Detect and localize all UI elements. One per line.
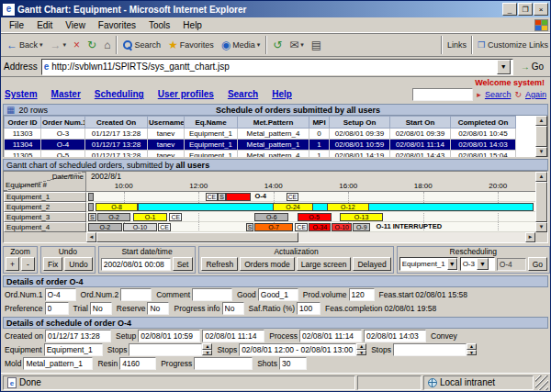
saf-ratio-input[interactable]: [297, 302, 320, 315]
refresh-mode-button[interactable]: Refresh: [201, 257, 238, 271]
orders-mode-button[interactable]: Orders mode: [240, 257, 295, 271]
equipment-select[interactable]: Equipment_1▼: [399, 257, 458, 271]
stops3-spinner[interactable]: ▲▼: [467, 343, 477, 355]
scroll-up-icon[interactable]: ▲: [535, 172, 547, 182]
equipment-label-equipment-4[interactable]: Equipment_4: [4, 222, 86, 232]
gantt-bar-ce[interactable]: CE: [295, 223, 308, 231]
stop-button[interactable]: ×: [70, 38, 84, 52]
menu-item-file[interactable]: File: [3, 19, 30, 31]
favorites-button[interactable]: ★Favorites: [164, 38, 218, 52]
chevron-down-icon[interactable]: ▼: [477, 258, 489, 270]
resize-grip[interactable]: [535, 375, 548, 390]
mold-input[interactable]: [23, 357, 93, 370]
preference-input[interactable]: [45, 302, 69, 315]
progress-input[interactable]: [194, 357, 253, 370]
search-button[interactable]: Search: [119, 39, 164, 52]
zoom-in-button[interactable]: +: [6, 257, 19, 271]
setup-to-input[interactable]: [202, 330, 264, 342]
order-select[interactable]: O-3▼: [460, 257, 495, 271]
process-to-input[interactable]: [364, 330, 426, 342]
order-row-11303[interactable]: 11303O-301/12/17 13:28tanevEquipment_1Me…: [5, 129, 516, 140]
stops2-list[interactable]: [239, 343, 356, 356]
links-label[interactable]: Links: [447, 40, 467, 50]
delayed-button[interactable]: Delayed: [353, 257, 390, 271]
scroll-thumb[interactable]: [535, 126, 547, 147]
stops1-spinner[interactable]: ▲▼: [202, 343, 212, 355]
gantt-bar-o-7[interactable]: O-7: [254, 223, 293, 231]
maximize-button[interactable]: ❐: [518, 3, 533, 16]
reserve-input[interactable]: [147, 302, 169, 315]
print-button[interactable]: ▤: [308, 38, 325, 52]
gantt-bar-ce[interactable]: CE: [158, 223, 171, 231]
mail-dropdown-icon[interactable]: ▾: [300, 41, 304, 49]
menu-item-favorites[interactable]: Favorites: [92, 19, 142, 31]
gantt-bar-o-2[interactable]: O-2: [97, 213, 131, 221]
ord-num1-input[interactable]: [45, 288, 76, 301]
refresh-button[interactable]: ↻: [84, 38, 100, 52]
scroll-thumb[interactable]: [535, 182, 547, 222]
forward-dropdown-icon[interactable]: ▾: [63, 41, 67, 49]
nav-link-scheduling[interactable]: Scheduling: [95, 89, 144, 99]
scroll-right-icon[interactable]: ►: [525, 232, 535, 242]
scroll-down-icon[interactable]: ▼: [535, 222, 547, 232]
gantt-bar[interactable]: [88, 203, 94, 211]
large-screen-button[interactable]: Large screen: [297, 257, 352, 271]
stops3-list[interactable]: [393, 343, 467, 356]
nav-link-user-profiles[interactable]: User profiles: [158, 89, 214, 99]
column-header-mpi[interactable]: MPI: [309, 117, 330, 129]
equipment-label-equipment-2[interactable]: Equipment_2: [4, 202, 86, 212]
customize-links-button[interactable]: Customize Links: [488, 40, 548, 50]
gantt-bar-o-11-interrupted[interactable]: O-11 INTERRUPTED: [376, 223, 528, 231]
gantt-bar-o-10[interactable]: O-10: [332, 223, 352, 231]
fix-button[interactable]: Fix: [43, 257, 62, 271]
zoom-out-button[interactable]: -: [21, 257, 35, 271]
undo-button[interactable]: Undo: [64, 257, 92, 271]
gantt-bar-s[interactable]: S: [218, 193, 226, 201]
ord-num2-input[interactable]: [120, 288, 152, 301]
nav-link-search[interactable]: Search: [228, 89, 258, 99]
column-header-order-id[interactable]: Order ID: [5, 117, 41, 129]
back-dropdown-icon[interactable]: ▾: [39, 41, 43, 49]
back-button[interactable]: ←Back▾: [3, 38, 47, 52]
progress-info-input[interactable]: [222, 302, 244, 315]
gantt-vertical-scrollbar[interactable]: ▲ ▼: [535, 172, 547, 232]
scroll-down-icon[interactable]: ▼: [535, 147, 547, 157]
search-link[interactable]: Search: [485, 90, 512, 99]
column-header-completed-on[interactable]: Completed On: [451, 117, 516, 129]
gantt-bar-o-5[interactable]: O-5: [298, 213, 332, 221]
gantt-bar-o-6[interactable]: O-6: [254, 213, 288, 221]
minimize-button[interactable]: _: [502, 3, 517, 16]
gantt-bar-o-1[interactable]: O-1: [133, 213, 167, 221]
scroll-up-icon[interactable]: ▲: [535, 116, 547, 126]
column-header-username[interactable]: Username: [148, 117, 185, 129]
forward-button[interactable]: →▾: [47, 38, 71, 52]
gantt-bar[interactable]: [226, 193, 251, 201]
trial-input[interactable]: [90, 302, 112, 315]
column-header-eq-name[interactable]: Eq.Name: [185, 117, 238, 129]
nav-link-master[interactable]: Master: [51, 89, 81, 99]
menu-item-edit[interactable]: Edit: [30, 19, 59, 31]
go-button[interactable]: →Go: [517, 60, 547, 74]
history-button[interactable]: ↺: [269, 38, 286, 52]
scroll-thumb[interactable]: [96, 232, 298, 242]
setup-from-input[interactable]: [138, 330, 200, 342]
gantt-horizontal-scrollbar[interactable]: ◄ ►: [86, 232, 535, 242]
gantt-bar-o-34[interactable]: O-34: [309, 223, 331, 231]
gantt-bar-s[interactable]: S: [88, 213, 96, 221]
set-button[interactable]: Set: [173, 257, 194, 271]
gantt-bar-ce[interactable]: CE: [206, 193, 219, 201]
column-header-created-on[interactable]: Created On: [85, 117, 148, 129]
column-header-start-on[interactable]: Start On: [390, 117, 451, 129]
media-button[interactable]: ◉Media▾: [218, 38, 264, 52]
nav-link-help[interactable]: Help: [272, 89, 292, 99]
stops1-list[interactable]: [129, 343, 202, 356]
order-row-11304[interactable]: 11304O-401/12/17 13:28tanevEquipment_1Me…: [5, 140, 516, 151]
column-header-order-num-1[interactable]: Order Num.1: [41, 117, 85, 129]
equipment-label-equipment-1[interactable]: Equipment_1: [4, 192, 86, 202]
stops2-spinner[interactable]: ▲▼: [356, 343, 366, 355]
created-on-input[interactable]: [45, 330, 111, 342]
start-datetime-input[interactable]: [101, 258, 171, 271]
gantt-bar-o-10[interactable]: O-10: [123, 223, 157, 231]
media-dropdown-icon[interactable]: ▾: [257, 41, 261, 49]
gantt-bar-o-8[interactable]: O-8: [96, 203, 138, 211]
